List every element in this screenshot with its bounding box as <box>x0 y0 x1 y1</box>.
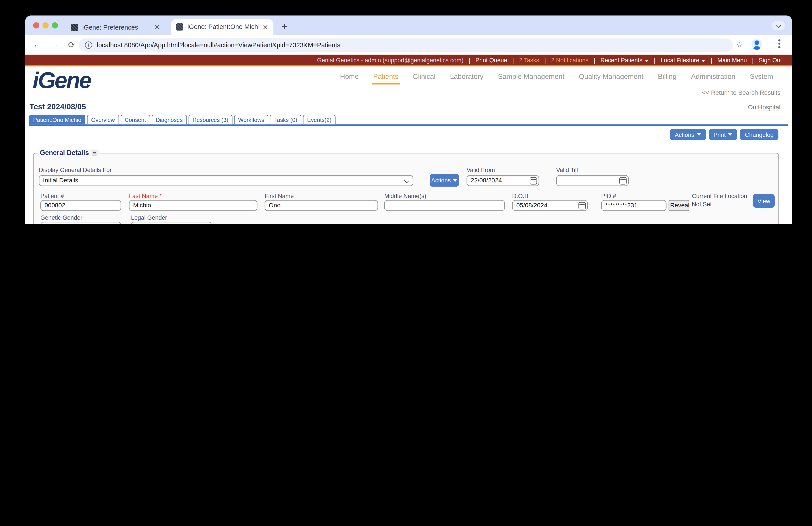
account-info: Genial Genetics - admin (support@genialg… <box>317 57 463 63</box>
separator: | <box>711 57 712 63</box>
first-name-label: First Name <box>264 193 294 199</box>
view-button[interactable]: View <box>753 194 775 208</box>
valid-till-label: Valid Till <box>556 167 578 173</box>
browser-tab-patient[interactable]: iGene: Patient:Ono Michio ✕ <box>171 19 273 35</box>
ou-link[interactable]: Hospital <box>758 103 781 111</box>
profile-avatar[interactable] <box>751 39 762 50</box>
forward-button[interactable]: → <box>49 39 60 50</box>
last-name-input[interactable]: Michio <box>129 200 257 211</box>
middle-name-input[interactable] <box>384 200 505 211</box>
browser-menu-icon[interactable] <box>778 39 780 48</box>
separator: | <box>752 57 754 63</box>
back-button[interactable]: ← <box>32 39 43 50</box>
chevron-down-icon <box>453 179 458 182</box>
nav-item-system[interactable]: System <box>750 73 773 80</box>
close-tab-icon[interactable]: ✕ <box>155 24 160 31</box>
print-button[interactable]: Print <box>709 129 737 140</box>
recent-patients-menu[interactable]: Recent Patients <box>600 57 649 63</box>
nav-item-laboratory[interactable]: Laboratory <box>450 73 483 80</box>
close-tab-icon[interactable]: ✕ <box>263 23 268 31</box>
tab-resources[interactable]: Resources (3) <box>188 115 233 125</box>
separator: | <box>654 57 655 63</box>
tab-consent[interactable]: Consent <box>120 115 150 125</box>
site-info-icon[interactable]: i <box>85 42 92 49</box>
calendar-icon[interactable] <box>619 177 627 185</box>
address-bar[interactable]: i localhost:8080/App/App.html?locale=nul… <box>79 39 733 52</box>
nav-item-billing[interactable]: Billing <box>658 73 677 80</box>
sign-out-link[interactable]: Sign Out <box>759 57 782 63</box>
chevron-down-icon <box>728 133 733 136</box>
general-details-legend: General Details <box>38 149 99 157</box>
reveal-button[interactable]: Reveal <box>669 200 689 211</box>
valid-from-label: Valid From <box>467 167 495 173</box>
valid-till-input[interactable] <box>556 175 629 186</box>
pid-label: PID # <box>601 193 616 199</box>
tab-title: iGene: Patient:Ono Michio <box>188 24 259 31</box>
file-location-label: Current File Location <box>692 193 748 199</box>
first-name-input[interactable]: Ono <box>264 200 378 211</box>
local-filestore-menu[interactable]: Local Filestore <box>661 57 706 63</box>
reload-button[interactable]: ⟳ <box>66 39 76 50</box>
subtab-underline <box>29 124 788 126</box>
main-menu-link[interactable]: Main Menu <box>717 57 747 63</box>
nav-item-home[interactable]: Home <box>340 73 359 80</box>
close-window-button[interactable] <box>33 22 39 28</box>
chevron-down-icon <box>644 60 649 62</box>
dob-label: D.O.B <box>512 193 528 199</box>
collapse-section-icon[interactable] <box>91 150 97 155</box>
separator: | <box>512 57 514 63</box>
patient-number-input[interactable]: 000802 <box>40 200 121 211</box>
nav-item-patients[interactable]: Patients <box>373 73 398 80</box>
changelog-button[interactable]: Changelog <box>740 129 779 140</box>
tab-search-chevron-button[interactable] <box>772 21 784 30</box>
tab-patient[interactable]: Patient:Ono Michio <box>29 115 85 125</box>
browser-toolbar: ← → ⟳ i localhost:8080/App/App.html?loca… <box>25 35 792 55</box>
igene-logo: iGene <box>33 67 91 93</box>
legal-gender-select[interactable] <box>131 222 212 224</box>
general-actions-button[interactable]: Actions <box>430 174 459 187</box>
tab-diagnoses[interactable]: Diagnoses <box>151 115 187 125</box>
tab-workflows[interactable]: Workflows <box>234 115 268 125</box>
browser-tab-preferences[interactable]: iGene: Preferences ✕ <box>66 20 165 35</box>
chevron-down-icon <box>701 60 706 62</box>
tab-events[interactable]: Events(2) <box>303 115 336 125</box>
valid-from-input[interactable]: 22/08/2024 <box>467 175 539 186</box>
genetic-gender-select[interactable] <box>40 222 121 224</box>
pid-input[interactable]: *********231 <box>601 200 667 211</box>
tasks-link[interactable]: 2 Tasks <box>519 57 539 63</box>
screenshot-stage: iGene: Preferences ✕ iGene: Patient:Ono … <box>0 0 812 224</box>
igene-app: Genial Genetics - admin (support@genialg… <box>25 55 792 224</box>
notifications-link[interactable]: 2 Notifications <box>551 57 589 63</box>
nav-item-clinical[interactable]: Clinical <box>413 73 436 80</box>
tab-tasks[interactable]: Tasks (0) <box>270 115 301 125</box>
ou-indicator: Ou:Hospital <box>748 103 781 111</box>
dob-input[interactable]: 05/08/2024 <box>512 200 588 211</box>
general-details-section: General Details Display General Details … <box>33 153 779 224</box>
zoom-window-button[interactable] <box>52 22 58 28</box>
bookmark-star-icon[interactable]: ☆ <box>736 40 742 49</box>
return-to-search-link[interactable]: << Return to Search Results <box>702 89 780 97</box>
middle-name-label: Middle Name(s) <box>384 193 426 199</box>
tab-overview[interactable]: Overview <box>87 115 119 125</box>
new-tab-button[interactable]: + <box>282 21 287 32</box>
calendar-icon[interactable] <box>530 177 537 185</box>
separator: | <box>594 57 595 63</box>
nav-item-sample-management[interactable]: Sample Management <box>498 73 564 80</box>
print-queue-link[interactable]: Print Queue <box>475 57 507 63</box>
nav-item-quality-management[interactable]: Quality Management <box>579 73 643 80</box>
display-for-label: Display General Details For <box>39 167 112 173</box>
nav-item-administration[interactable]: Administration <box>691 73 736 80</box>
utility-bar: Genial Genetics - admin (support@genialg… <box>25 55 792 67</box>
calendar-icon[interactable] <box>579 202 586 209</box>
browser-tabstrip: iGene: Preferences ✕ iGene: Patient:Ono … <box>25 15 792 35</box>
igene-favicon <box>71 24 78 31</box>
display-for-select[interactable]: Initial Details <box>39 175 413 186</box>
genetic-gender-label: Genetic Gender <box>40 215 83 221</box>
separator: | <box>469 57 470 63</box>
legal-gender-label: Legal Gender <box>131 215 167 221</box>
minimize-window-button[interactable] <box>42 22 48 28</box>
patient-subtabs: Patient:Ono Michio Overview Consent Diag… <box>29 115 336 125</box>
chevron-down-icon <box>697 133 701 136</box>
actions-button[interactable]: Actions <box>670 129 706 140</box>
main-nav: Home Patients Clinical Laboratory Sample… <box>340 73 773 80</box>
